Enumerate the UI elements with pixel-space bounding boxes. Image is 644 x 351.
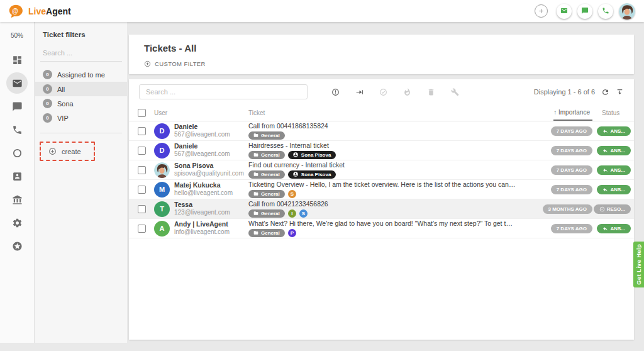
column-header-user[interactable]: User <box>154 109 248 116</box>
department-tag[interactable]: General <box>248 190 285 198</box>
sidebar-item-dashboard[interactable] <box>6 49 28 70</box>
tag-badge[interactable]: S <box>299 209 308 218</box>
user-avatar: T <box>154 201 170 217</box>
info-icon[interactable] <box>331 88 340 96</box>
assignee-tag[interactable]: Sona Pisova <box>288 151 336 159</box>
filter-item-sona[interactable]: 0Sona <box>35 96 127 111</box>
user-avatar: M <box>154 182 170 198</box>
filter-item-assigned-to-me[interactable]: 0Assigned to me <box>35 67 127 82</box>
tools-icon[interactable] <box>451 88 459 96</box>
chat-icon <box>581 6 589 17</box>
sidebar-item-upgrade[interactable] <box>6 235 28 257</box>
status-badge[interactable]: ANS... <box>597 126 631 136</box>
ticket-subject: Call from 00441868135824 <box>248 122 516 131</box>
new-email-button[interactable] <box>557 4 572 19</box>
importance-badge: 7 DAYS AGO <box>551 146 592 155</box>
phone-icon <box>602 6 609 17</box>
row-checkbox[interactable] <box>138 225 146 233</box>
ticket-tags: GeneralS <box>248 190 516 198</box>
tag-badge[interactable]: S <box>288 190 296 198</box>
tag-label: General <box>261 133 280 138</box>
sidebar-rail: 50% <box>0 22 35 343</box>
sidebar-item-academy[interactable] <box>6 189 28 210</box>
new-call-button[interactable] <box>598 4 613 19</box>
select-all-checkbox[interactable] <box>138 109 146 117</box>
user-cell: AAndy | LiveAgentinfo@liveagent.com <box>154 220 248 237</box>
filters-search-input[interactable] <box>35 49 127 61</box>
column-header-status[interactable]: Status <box>592 109 634 116</box>
row-checkbox[interactable] <box>138 166 146 174</box>
department-tag[interactable]: General <box>248 170 285 179</box>
new-chat-button[interactable] <box>577 4 592 19</box>
filter-count-badge: 0 <box>43 113 52 123</box>
ticket-row[interactable]: AAndy | LiveAgentinfo@liveagent.comWhat'… <box>129 219 634 238</box>
row-checkbox-cell <box>129 225 154 233</box>
sidebar-item-contacts[interactable] <box>6 165 28 187</box>
ticket-cell: Hairdresses - Internal ticketGeneralSona… <box>248 142 525 159</box>
ticket-row[interactable]: Sona Pisovaspisova@qualityunit.comFind o… <box>129 160 634 180</box>
avatar-photo-icon <box>619 3 635 20</box>
get-live-help-tab[interactable]: Get Live Help <box>633 242 644 287</box>
sidebar-item-settings[interactable] <box>6 212 28 233</box>
tag-badge[interactable]: P <box>288 229 296 237</box>
filter-item-all[interactable]: 0All <box>35 82 127 96</box>
user-avatar[interactable] <box>619 3 635 20</box>
export-icon[interactable] <box>616 88 624 96</box>
row-checkbox[interactable] <box>138 147 146 155</box>
row-checkbox[interactable] <box>138 205 146 213</box>
ticket-subject: What's Next? Hi there, We're glad to hav… <box>248 220 516 228</box>
gear-icon <box>12 218 23 228</box>
filter-item-vip[interactable]: 0VIP <box>35 111 127 125</box>
ticket-tags: GeneralSona Pisova <box>248 151 516 159</box>
tickets-search-input[interactable] <box>139 84 308 99</box>
create-label: create <box>62 148 81 155</box>
status-badge[interactable]: ANS... <box>597 146 631 155</box>
forward-icon[interactable] <box>355 88 364 96</box>
ticket-row[interactable]: MMatej Kukuckahello@liveagent.comTicketi… <box>129 180 634 199</box>
department-tag[interactable]: General <box>248 209 285 218</box>
status-badge[interactable]: ANS... <box>597 224 631 233</box>
status-badge[interactable]: ANS... <box>597 165 631 175</box>
importance-badge: 7 DAYS AGO <box>551 126 592 136</box>
sidebar-item-status[interactable] <box>6 142 28 164</box>
status-label: ANS... <box>610 167 625 173</box>
importance-badge: 7 DAYS AGO <box>551 224 592 233</box>
ticket-row[interactable]: TTessa123@liveagent.comCall from 0042123… <box>129 199 634 219</box>
custom-filter-button[interactable]: CUSTOM FILTER <box>144 60 206 67</box>
ring-icon <box>12 148 23 159</box>
sidebar-item-calls[interactable] <box>6 119 28 140</box>
toolbar-icons <box>331 88 459 96</box>
folder-icon <box>253 191 258 196</box>
envelope-icon <box>12 78 23 89</box>
refresh-icon[interactable] <box>601 88 609 96</box>
delete-icon[interactable] <box>427 88 435 96</box>
column-header-ticket[interactable]: Ticket <box>248 109 525 116</box>
row-checkbox[interactable] <box>138 186 146 194</box>
add-button[interactable] <box>535 4 548 18</box>
ticket-row[interactable]: DDaniele567@liveagent.comHairdresses - I… <box>129 141 634 160</box>
department-tag[interactable]: General <box>248 131 285 140</box>
filter-item-label: Assigned to me <box>57 71 105 79</box>
tickets-table-card: Displaying 1 - 6 of 6 User Ticket ↑ Impo… <box>129 79 634 340</box>
status-badge[interactable]: RESO... <box>594 204 631 214</box>
importance-cell: 7 DAYS AGO <box>525 126 592 136</box>
status-badge[interactable]: ANS... <box>597 185 631 194</box>
table-header-row: User Ticket ↑ Importance Status <box>129 104 634 121</box>
user-meta: Daniele567@liveagent.com <box>174 123 230 139</box>
row-checkbox[interactable] <box>138 127 146 135</box>
resolve-icon[interactable] <box>379 88 387 96</box>
spam-icon[interactable] <box>403 88 411 96</box>
tag-badge[interactable]: I <box>288 209 296 218</box>
department-tag[interactable]: General <box>248 151 285 159</box>
column-header-importance[interactable]: ↑ Importance <box>525 105 592 121</box>
filter-count-badge: 0 <box>43 70 52 79</box>
status-cell: RESO... <box>592 204 634 214</box>
sidebar-item-tickets[interactable] <box>6 72 28 94</box>
ticket-row[interactable]: DDaniele567@liveagent.comCall from 00441… <box>129 121 634 141</box>
assignee-tag[interactable]: Sona Pisova <box>288 170 336 179</box>
department-tag[interactable]: General <box>248 229 285 237</box>
create-filter-button[interactable]: create <box>40 142 95 161</box>
user-meta: Tessa123@liveagent.com <box>174 201 230 217</box>
sidebar-item-chats[interactable] <box>6 96 28 117</box>
filter-item-label: All <box>57 86 65 93</box>
